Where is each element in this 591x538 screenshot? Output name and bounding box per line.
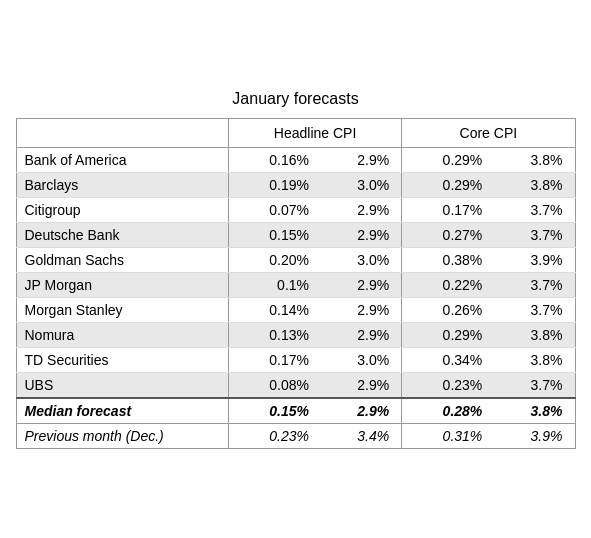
core-val1-cell: 0.17% bbox=[402, 197, 495, 222]
bank-cell: Nomura bbox=[16, 322, 228, 347]
headline-val1-cell: 0.20% bbox=[228, 247, 321, 272]
core-val2-cell: 3.8% bbox=[494, 172, 575, 197]
col-header-bank bbox=[16, 118, 228, 147]
forecasts-table: Headline CPI Core CPI Bank of America 0.… bbox=[16, 118, 576, 449]
bank-cell: JP Morgan bbox=[16, 272, 228, 297]
table-row: Citigroup 0.07% 2.9% 0.17% 3.7% bbox=[16, 197, 575, 222]
core-val1-cell: 0.34% bbox=[402, 347, 495, 372]
core-val2-cell: 3.8% bbox=[494, 147, 575, 172]
table-row: Deutsche Bank 0.15% 2.9% 0.27% 3.7% bbox=[16, 222, 575, 247]
table-row: Bank of America 0.16% 2.9% 0.29% 3.8% bbox=[16, 147, 575, 172]
headline-val1-cell: 0.15% bbox=[228, 222, 321, 247]
headline-val1-cell: 0.08% bbox=[228, 372, 321, 398]
table-row: TD Securities 0.17% 3.0% 0.34% 3.8% bbox=[16, 347, 575, 372]
headline-val2-cell: 2.9% bbox=[321, 197, 402, 222]
bank-cell: UBS bbox=[16, 372, 228, 398]
core-val1-cell: 0.38% bbox=[402, 247, 495, 272]
core-val2-cell: 3.7% bbox=[494, 297, 575, 322]
median-label: Median forecast bbox=[16, 398, 228, 424]
prev-h2: 3.4% bbox=[321, 423, 402, 448]
headline-val1-cell: 0.19% bbox=[228, 172, 321, 197]
headline-val1-cell: 0.14% bbox=[228, 297, 321, 322]
bank-cell: Barclays bbox=[16, 172, 228, 197]
headline-val1-cell: 0.13% bbox=[228, 322, 321, 347]
prev-c2: 3.9% bbox=[494, 423, 575, 448]
core-val2-cell: 3.9% bbox=[494, 247, 575, 272]
col-header-headline: Headline CPI bbox=[228, 118, 401, 147]
table-row: Nomura 0.13% 2.9% 0.29% 3.8% bbox=[16, 322, 575, 347]
core-val2-cell: 3.7% bbox=[494, 197, 575, 222]
core-val2-cell: 3.8% bbox=[494, 322, 575, 347]
headline-val1-cell: 0.17% bbox=[228, 347, 321, 372]
headline-val2-cell: 3.0% bbox=[321, 347, 402, 372]
core-val1-cell: 0.22% bbox=[402, 272, 495, 297]
core-val1-cell: 0.26% bbox=[402, 297, 495, 322]
median-c1: 0.28% bbox=[402, 398, 495, 424]
bank-cell: TD Securities bbox=[16, 347, 228, 372]
core-val1-cell: 0.23% bbox=[402, 372, 495, 398]
table-row: Goldman Sachs 0.20% 3.0% 0.38% 3.9% bbox=[16, 247, 575, 272]
core-val2-cell: 3.7% bbox=[494, 222, 575, 247]
bank-cell: Bank of America bbox=[16, 147, 228, 172]
bank-cell: Citigroup bbox=[16, 197, 228, 222]
table-row: UBS 0.08% 2.9% 0.23% 3.7% bbox=[16, 372, 575, 398]
median-row: Median forecast 0.15% 2.9% 0.28% 3.8% bbox=[16, 398, 575, 424]
headline-val1-cell: 0.1% bbox=[228, 272, 321, 297]
headline-val2-cell: 3.0% bbox=[321, 172, 402, 197]
prev-h1: 0.23% bbox=[228, 423, 321, 448]
core-val2-cell: 3.7% bbox=[494, 272, 575, 297]
headline-val2-cell: 2.9% bbox=[321, 297, 402, 322]
headline-val2-cell: 2.9% bbox=[321, 322, 402, 347]
core-val1-cell: 0.29% bbox=[402, 172, 495, 197]
headline-val2-cell: 2.9% bbox=[321, 372, 402, 398]
bank-cell: Morgan Stanley bbox=[16, 297, 228, 322]
table-row: Barclays 0.19% 3.0% 0.29% 3.8% bbox=[16, 172, 575, 197]
median-c2: 3.8% bbox=[494, 398, 575, 424]
headline-val1-cell: 0.16% bbox=[228, 147, 321, 172]
median-h1: 0.15% bbox=[228, 398, 321, 424]
col-header-core: Core CPI bbox=[402, 118, 575, 147]
core-val2-cell: 3.7% bbox=[494, 372, 575, 398]
core-val1-cell: 0.29% bbox=[402, 147, 495, 172]
headline-val2-cell: 2.9% bbox=[321, 147, 402, 172]
prev-c1: 0.31% bbox=[402, 423, 495, 448]
previous-row: Previous month (Dec.) 0.23% 3.4% 0.31% 3… bbox=[16, 423, 575, 448]
headline-val2-cell: 3.0% bbox=[321, 247, 402, 272]
prev-label: Previous month (Dec.) bbox=[16, 423, 228, 448]
bank-cell: Goldman Sachs bbox=[16, 247, 228, 272]
core-val1-cell: 0.29% bbox=[402, 322, 495, 347]
core-val2-cell: 3.8% bbox=[494, 347, 575, 372]
headline-val1-cell: 0.07% bbox=[228, 197, 321, 222]
core-val1-cell: 0.27% bbox=[402, 222, 495, 247]
table-row: JP Morgan 0.1% 2.9% 0.22% 3.7% bbox=[16, 272, 575, 297]
table-row: Morgan Stanley 0.14% 2.9% 0.26% 3.7% bbox=[16, 297, 575, 322]
main-container: January forecasts Headline CPI Core CPI … bbox=[16, 90, 576, 449]
page-title: January forecasts bbox=[16, 90, 576, 108]
bank-cell: Deutsche Bank bbox=[16, 222, 228, 247]
median-h2: 2.9% bbox=[321, 398, 402, 424]
headline-val2-cell: 2.9% bbox=[321, 222, 402, 247]
headline-val2-cell: 2.9% bbox=[321, 272, 402, 297]
